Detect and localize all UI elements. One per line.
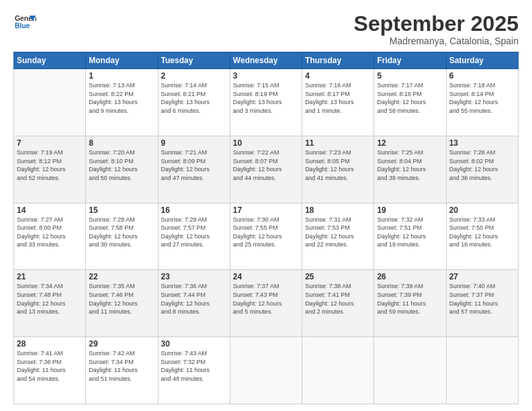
calendar-cell: 25Sunrise: 7:38 AM Sunset: 7:41 PM Dayli… bbox=[302, 270, 374, 337]
day-info: Sunrise: 7:21 AM Sunset: 8:09 PM Dayligh… bbox=[161, 148, 227, 182]
calendar-cell: 23Sunrise: 7:36 AM Sunset: 7:44 PM Dayli… bbox=[158, 270, 230, 337]
svg-text:Blue: Blue bbox=[15, 22, 30, 30]
day-info: Sunrise: 7:20 AM Sunset: 8:10 PM Dayligh… bbox=[89, 148, 154, 182]
calendar-cell: 13Sunrise: 7:26 AM Sunset: 8:02 PM Dayli… bbox=[446, 136, 518, 203]
calendar-cell: 4Sunrise: 7:16 AM Sunset: 8:17 PM Daylig… bbox=[302, 69, 374, 136]
day-info: Sunrise: 7:43 AM Sunset: 7:32 PM Dayligh… bbox=[161, 349, 227, 383]
calendar-cell: 7Sunrise: 7:19 AM Sunset: 8:12 PM Daylig… bbox=[14, 136, 86, 203]
calendar-cell: 29Sunrise: 7:42 AM Sunset: 7:34 PM Dayli… bbox=[86, 337, 158, 404]
calendar-cell: 22Sunrise: 7:35 AM Sunset: 7:46 PM Dayli… bbox=[86, 270, 158, 337]
day-number: 23 bbox=[161, 272, 227, 281]
day-number: 22 bbox=[89, 272, 154, 281]
day-number: 15 bbox=[89, 205, 154, 215]
day-info: Sunrise: 7:42 AM Sunset: 7:34 PM Dayligh… bbox=[89, 349, 154, 383]
day-number: 26 bbox=[377, 272, 443, 281]
calendar-cell: 26Sunrise: 7:39 AM Sunset: 7:39 PM Dayli… bbox=[374, 270, 446, 337]
calendar-week-2: 7Sunrise: 7:19 AM Sunset: 8:12 PM Daylig… bbox=[14, 136, 519, 203]
calendar-cell: 19Sunrise: 7:32 AM Sunset: 7:51 PM Dayli… bbox=[374, 203, 446, 270]
day-number: 9 bbox=[161, 138, 227, 148]
calendar-cell: 2Sunrise: 7:14 AM Sunset: 8:21 PM Daylig… bbox=[158, 69, 230, 136]
calendar-cell: 8Sunrise: 7:20 AM Sunset: 8:10 PM Daylig… bbox=[86, 136, 158, 203]
header-tuesday: Tuesday bbox=[158, 52, 230, 69]
calendar-cell: 10Sunrise: 7:22 AM Sunset: 8:07 PM Dayli… bbox=[230, 136, 302, 203]
calendar-cell: 5Sunrise: 7:17 AM Sunset: 8:16 PM Daylig… bbox=[374, 69, 446, 136]
day-info: Sunrise: 7:13 AM Sunset: 8:22 PM Dayligh… bbox=[89, 81, 154, 115]
calendar-cell: 9Sunrise: 7:21 AM Sunset: 8:09 PM Daylig… bbox=[158, 136, 230, 203]
calendar-table: Sunday Monday Tuesday Wednesday Thursday… bbox=[13, 52, 519, 404]
day-info: Sunrise: 7:41 AM Sunset: 7:36 PM Dayligh… bbox=[17, 349, 83, 383]
header-monday: Monday bbox=[86, 52, 158, 69]
day-number: 19 bbox=[377, 205, 443, 215]
calendar-week-1: 1Sunrise: 7:13 AM Sunset: 8:22 PM Daylig… bbox=[14, 69, 519, 136]
calendar-cell bbox=[446, 337, 518, 404]
header-wednesday: Wednesday bbox=[230, 52, 302, 69]
day-info: Sunrise: 7:31 AM Sunset: 7:53 PM Dayligh… bbox=[305, 216, 371, 249]
day-info: Sunrise: 7:25 AM Sunset: 8:04 PM Dayligh… bbox=[377, 148, 443, 182]
month-title: September 2025 bbox=[354, 12, 519, 36]
day-info: Sunrise: 7:27 AM Sunset: 8:00 PM Dayligh… bbox=[17, 216, 83, 249]
day-number: 1 bbox=[89, 71, 154, 81]
day-number: 5 bbox=[377, 71, 443, 81]
calendar-cell: 24Sunrise: 7:37 AM Sunset: 7:43 PM Dayli… bbox=[230, 270, 302, 337]
day-number: 2 bbox=[161, 71, 227, 81]
calendar-cell: 21Sunrise: 7:34 AM Sunset: 7:48 PM Dayli… bbox=[14, 270, 86, 337]
header-saturday: Saturday bbox=[446, 52, 518, 69]
title-block: September 2025 Madremanya, Catalonia, Sp… bbox=[354, 12, 519, 46]
day-number: 24 bbox=[233, 272, 299, 281]
calendar-cell bbox=[302, 337, 374, 404]
header-friday: Friday bbox=[374, 52, 446, 69]
day-info: Sunrise: 7:36 AM Sunset: 7:44 PM Dayligh… bbox=[161, 282, 227, 316]
day-info: Sunrise: 7:23 AM Sunset: 8:05 PM Dayligh… bbox=[305, 148, 371, 182]
day-info: Sunrise: 7:37 AM Sunset: 7:43 PM Dayligh… bbox=[233, 282, 299, 316]
day-info: Sunrise: 7:16 AM Sunset: 8:17 PM Dayligh… bbox=[305, 81, 371, 115]
header-thursday: Thursday bbox=[302, 52, 374, 69]
day-number: 17 bbox=[233, 205, 299, 215]
day-number: 18 bbox=[305, 205, 371, 215]
day-number: 20 bbox=[449, 205, 515, 215]
day-info: Sunrise: 7:33 AM Sunset: 7:50 PM Dayligh… bbox=[449, 216, 515, 249]
day-info: Sunrise: 7:34 AM Sunset: 7:48 PM Dayligh… bbox=[17, 282, 83, 316]
day-info: Sunrise: 7:15 AM Sunset: 8:19 PM Dayligh… bbox=[233, 81, 299, 115]
calendar-cell: 17Sunrise: 7:30 AM Sunset: 7:55 PM Dayli… bbox=[230, 203, 302, 270]
calendar-cell: 28Sunrise: 7:41 AM Sunset: 7:36 PM Dayli… bbox=[14, 337, 86, 404]
day-number: 28 bbox=[17, 339, 83, 349]
day-number: 21 bbox=[17, 272, 83, 281]
page-header: General Blue September 2025 Madremanya, … bbox=[13, 12, 519, 46]
day-number: 25 bbox=[305, 272, 371, 281]
day-number: 3 bbox=[233, 71, 299, 81]
header-row: Sunday Monday Tuesday Wednesday Thursday… bbox=[14, 52, 519, 69]
logo-icon: General Blue bbox=[15, 12, 36, 34]
day-info: Sunrise: 7:19 AM Sunset: 8:12 PM Dayligh… bbox=[17, 148, 83, 182]
day-info: Sunrise: 7:28 AM Sunset: 7:58 PM Dayligh… bbox=[89, 216, 154, 249]
day-info: Sunrise: 7:29 AM Sunset: 7:57 PM Dayligh… bbox=[161, 216, 227, 249]
header-sunday: Sunday bbox=[14, 52, 86, 69]
day-info: Sunrise: 7:22 AM Sunset: 8:07 PM Dayligh… bbox=[233, 148, 299, 182]
day-info: Sunrise: 7:38 AM Sunset: 7:41 PM Dayligh… bbox=[305, 282, 371, 316]
day-info: Sunrise: 7:14 AM Sunset: 8:21 PM Dayligh… bbox=[161, 81, 227, 115]
calendar-cell: 11Sunrise: 7:23 AM Sunset: 8:05 PM Dayli… bbox=[302, 136, 374, 203]
calendar-week-4: 21Sunrise: 7:34 AM Sunset: 7:48 PM Dayli… bbox=[14, 270, 519, 337]
day-number: 13 bbox=[449, 138, 515, 148]
day-info: Sunrise: 7:30 AM Sunset: 7:55 PM Dayligh… bbox=[233, 216, 299, 249]
day-number: 12 bbox=[377, 138, 443, 148]
day-number: 7 bbox=[17, 138, 83, 148]
day-info: Sunrise: 7:40 AM Sunset: 7:37 PM Dayligh… bbox=[449, 282, 515, 316]
calendar-cell: 12Sunrise: 7:25 AM Sunset: 8:04 PM Dayli… bbox=[374, 136, 446, 203]
calendar-cell bbox=[14, 69, 86, 136]
calendar-cell: 20Sunrise: 7:33 AM Sunset: 7:50 PM Dayli… bbox=[446, 203, 518, 270]
calendar-cell: 6Sunrise: 7:18 AM Sunset: 8:14 PM Daylig… bbox=[446, 69, 518, 136]
day-number: 30 bbox=[161, 339, 227, 349]
calendar-cell: 27Sunrise: 7:40 AM Sunset: 7:37 PM Dayli… bbox=[446, 270, 518, 337]
calendar-week-5: 28Sunrise: 7:41 AM Sunset: 7:36 PM Dayli… bbox=[14, 337, 519, 404]
calendar-cell: 3Sunrise: 7:15 AM Sunset: 8:19 PM Daylig… bbox=[230, 69, 302, 136]
day-info: Sunrise: 7:39 AM Sunset: 7:39 PM Dayligh… bbox=[377, 282, 443, 316]
calendar-cell: 30Sunrise: 7:43 AM Sunset: 7:32 PM Dayli… bbox=[158, 337, 230, 404]
calendar-cell: 15Sunrise: 7:28 AM Sunset: 7:58 PM Dayli… bbox=[86, 203, 158, 270]
day-number: 4 bbox=[305, 71, 371, 81]
calendar-week-3: 14Sunrise: 7:27 AM Sunset: 8:00 PM Dayli… bbox=[14, 203, 519, 270]
day-number: 14 bbox=[17, 205, 83, 215]
day-number: 8 bbox=[89, 138, 154, 148]
calendar-cell: 18Sunrise: 7:31 AM Sunset: 7:53 PM Dayli… bbox=[302, 203, 374, 270]
location: Madremanya, Catalonia, Spain bbox=[354, 36, 519, 46]
calendar-cell: 1Sunrise: 7:13 AM Sunset: 8:22 PM Daylig… bbox=[86, 69, 158, 136]
